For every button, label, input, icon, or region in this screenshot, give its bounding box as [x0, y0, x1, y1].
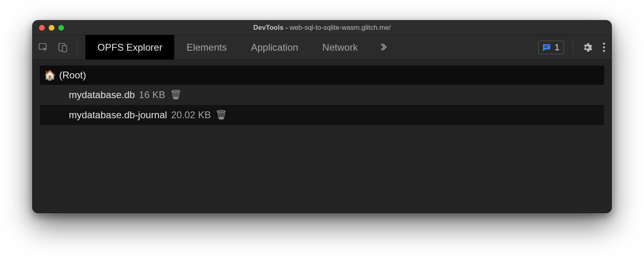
house-icon: 🏠 — [44, 70, 56, 81]
tab-label: Elements — [186, 42, 227, 53]
zoom-window-button[interactable] — [58, 25, 64, 31]
tab-label: Application — [251, 42, 298, 53]
close-window-button[interactable] — [39, 25, 45, 31]
minimize-window-button[interactable] — [49, 25, 54, 31]
inspect-element-icon[interactable] — [38, 42, 49, 53]
opfs-tree: 🏠 (Root) mydatabase.db 16 KB 🗑️ mydataba… — [33, 60, 611, 131]
tab-network[interactable]: Network — [310, 35, 370, 60]
file-name: mydatabase.db — [69, 89, 135, 101]
tab-elements[interactable]: Elements — [174, 35, 239, 60]
title-prefix: DevTools - — [253, 24, 289, 31]
svg-rect-2 — [62, 45, 67, 51]
panel-tabs: OPFS Explorer Elements Application Netwo… — [85, 35, 396, 60]
settings-icon[interactable] — [582, 42, 592, 53]
issues-count: 1 — [555, 42, 559, 53]
toolbar-right: 1 — [538, 40, 607, 55]
more-options-icon[interactable] — [601, 41, 607, 53]
file-name: mydatabase.db-journal — [69, 109, 167, 121]
trash-icon[interactable]: 🗑️ — [170, 90, 181, 100]
title-url: web-sql-to-sqlite-wasm.glitch.me/ — [290, 24, 391, 31]
window-title: DevTools - web-sql-to-sqlite-wasm.glitch… — [33, 24, 611, 32]
file-size: 16 KB — [139, 89, 165, 101]
traffic-lights — [33, 25, 64, 31]
tab-label: Network — [322, 42, 358, 53]
file-row[interactable]: mydatabase.db-journal 20.02 KB 🗑️ — [40, 105, 604, 125]
device-toolbar-icon[interactable] — [58, 42, 68, 53]
file-row[interactable]: mydatabase.db 16 KB 🗑️ — [40, 85, 604, 105]
devtools-window: DevTools - web-sql-to-sqlite-wasm.glitch… — [32, 20, 612, 213]
issues-badge-button[interactable]: 1 — [538, 41, 564, 54]
more-tabs-button[interactable] — [370, 35, 396, 60]
tree-root-row[interactable]: 🏠 (Root) — [40, 66, 604, 85]
tab-application[interactable]: Application — [239, 35, 310, 60]
trash-icon[interactable]: 🗑️ — [216, 110, 227, 120]
toolbar-left-icons — [38, 40, 77, 55]
svg-point-5 — [586, 46, 589, 49]
svg-rect-3 — [544, 45, 549, 46]
tab-opfs-explorer[interactable]: OPFS Explorer — [85, 35, 174, 60]
titlebar: DevTools - web-sql-to-sqlite-wasm.glitch… — [33, 21, 611, 35]
tab-label: OPFS Explorer — [97, 42, 162, 53]
root-label: (Root) — [59, 70, 86, 81]
file-size: 20.02 KB — [171, 109, 211, 121]
toolbar: OPFS Explorer Elements Application Netwo… — [33, 35, 611, 60]
svg-rect-4 — [544, 47, 547, 48]
toolbar-divider — [573, 40, 573, 55]
